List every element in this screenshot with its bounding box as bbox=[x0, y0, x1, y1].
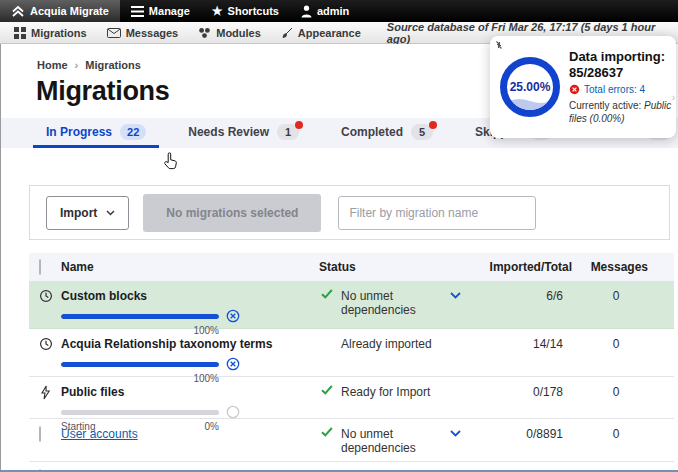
progress-bar bbox=[61, 357, 311, 371]
tab-in-progress[interactable]: In Progress22 bbox=[33, 118, 159, 148]
migrations-table: Name Status Imported/Total Messages Cust… bbox=[29, 253, 674, 472]
admin-bar-item-manage[interactable]: Manage bbox=[120, 0, 201, 22]
row-messages-count: 0 bbox=[576, 377, 656, 399]
header-status: Status bbox=[311, 260, 471, 274]
row-messages-count: 0 bbox=[576, 281, 656, 303]
expand-status-chevron[interactable] bbox=[450, 427, 461, 437]
tab-label: Completed bbox=[341, 125, 403, 139]
no-migrations-selected-button[interactable]: No migrations selected bbox=[143, 194, 321, 232]
progress-percent: 25.00% bbox=[507, 64, 553, 110]
progress-donut: 25.00% bbox=[500, 57, 560, 117]
import-count: 85/28637 bbox=[569, 65, 672, 81]
status-text: Ready for Import bbox=[341, 385, 430, 399]
admin-bar-label: admin bbox=[317, 5, 349, 17]
row-status-cell: Ready for Import bbox=[311, 377, 471, 399]
breadcrumb-home[interactable]: Home bbox=[37, 59, 68, 71]
admin-bar-label: Acquia Migrate bbox=[30, 5, 109, 17]
data-importing-label: Data importing: bbox=[569, 49, 672, 65]
star-icon: ★ bbox=[212, 5, 223, 17]
admin-bar-item-brand[interactable]: Acquia Migrate bbox=[0, 0, 120, 22]
row-name-cell: User accounts bbox=[61, 419, 311, 441]
actions-bar: Import No migrations selected bbox=[29, 185, 670, 240]
toolbar-item-migrations[interactable]: Migrations bbox=[4, 27, 97, 39]
toolbar-item-modules[interactable]: Modules bbox=[188, 27, 271, 39]
admin-bar-item-shortcuts[interactable]: ★Shortcuts bbox=[201, 0, 290, 22]
row-name-cell: Acquia Relationship taxonomy terms100% bbox=[61, 329, 311, 384]
header-messages: Messages bbox=[576, 260, 656, 274]
tab-needs-review[interactable]: Needs Review1 bbox=[175, 118, 312, 148]
status-text: No unmet dependencies bbox=[341, 289, 444, 317]
table-row-user-accounts[interactable]: User accountsNo unmet dependencies0/8891… bbox=[29, 419, 674, 462]
progress-bar bbox=[61, 309, 311, 323]
toolbar-item-messages[interactable]: Messages bbox=[97, 27, 189, 39]
row-checkbox[interactable] bbox=[39, 426, 41, 442]
currently-active-line: Currently active: Public files (0.00%) bbox=[569, 99, 672, 126]
row-selector-cell bbox=[29, 419, 61, 441]
brush-icon bbox=[281, 27, 293, 39]
progress-card-text: Data importing: 85/28637 Total errors: 4… bbox=[569, 49, 672, 126]
progress-fill bbox=[61, 314, 219, 319]
hamburger-icon bbox=[131, 6, 144, 17]
status-text: No unmet dependencies bbox=[341, 427, 444, 455]
table-row-public-files[interactable]: Public filesStarting0%Ready for Import0/… bbox=[29, 377, 674, 419]
user-icon bbox=[301, 5, 312, 18]
clock-icon bbox=[39, 337, 53, 351]
tab-badge: 22 bbox=[120, 124, 146, 140]
row-status-cell: No unmet dependencies bbox=[311, 281, 471, 317]
toolbar-item-label: Modules bbox=[216, 27, 261, 39]
migration-name: Acquia Relationship taxonomy terms bbox=[61, 337, 272, 351]
admin-bar-item-admin[interactable]: admin bbox=[290, 0, 360, 22]
error-icon bbox=[569, 84, 580, 95]
progress-fill bbox=[61, 362, 219, 367]
cancel-icon[interactable] bbox=[226, 309, 240, 323]
tab-completed[interactable]: Completed5 bbox=[328, 118, 446, 148]
chevron-down-icon bbox=[106, 210, 115, 216]
acquia-logo-icon bbox=[11, 5, 25, 18]
card-chevron-right-icon[interactable]: › bbox=[672, 91, 675, 105]
header-imported-total: Imported/Total bbox=[471, 260, 576, 274]
cancel-icon[interactable] bbox=[226, 357, 240, 371]
pending-ring-icon[interactable] bbox=[226, 405, 240, 419]
status-text: Already imported bbox=[341, 337, 432, 351]
tab-label: Needs Review bbox=[188, 125, 269, 139]
row-imported-total: 0/8891 bbox=[471, 419, 576, 441]
filter-migration-input[interactable] bbox=[338, 196, 536, 230]
row-messages-count: 0 bbox=[576, 419, 656, 441]
row-status-cell: Already imported bbox=[311, 329, 471, 351]
row-imported-total: 14/14 bbox=[471, 329, 576, 351]
tab-label: In Progress bbox=[46, 125, 112, 139]
modules-icon bbox=[198, 27, 211, 39]
migration-name-link[interactable]: User accounts bbox=[61, 427, 138, 441]
row-name-cell: Custom blocks100% bbox=[61, 281, 311, 336]
progress-track bbox=[61, 410, 219, 415]
envelope-icon bbox=[107, 28, 121, 38]
table-header-row: Name Status Imported/Total Messages bbox=[29, 253, 674, 281]
table-row-acquia-relationship-taxonomy-terms[interactable]: Acquia Relationship taxonomy terms100%Al… bbox=[29, 329, 674, 377]
row-imported-total: 6/6 bbox=[471, 281, 576, 303]
tab-badge: 1 bbox=[277, 124, 299, 140]
notification-dot bbox=[295, 121, 303, 129]
admin-bar-label: Manage bbox=[149, 5, 190, 17]
import-dropdown-label: Import bbox=[60, 206, 97, 220]
row-selector-cell bbox=[29, 329, 61, 354]
toolbar-item-appearance[interactable]: Appearance bbox=[271, 27, 371, 39]
admin-bar-label: Shortcuts bbox=[228, 5, 279, 17]
select-all-checkbox[interactable] bbox=[39, 259, 41, 275]
total-errors-link[interactable]: Total errors: 4 bbox=[569, 83, 672, 97]
expand-status-chevron[interactable] bbox=[450, 289, 461, 299]
progress-track bbox=[61, 362, 219, 367]
toolbar-item-label: Appearance bbox=[298, 27, 361, 39]
collapse-card-icon[interactable] bbox=[494, 39, 507, 52]
progress-track bbox=[61, 314, 219, 319]
import-dropdown[interactable]: Import bbox=[46, 196, 129, 230]
grid-icon bbox=[14, 27, 26, 39]
breadcrumb-separator: › bbox=[75, 59, 79, 71]
check-icon bbox=[319, 427, 335, 437]
currently-active-label: Currently active: bbox=[569, 100, 641, 111]
migration-name: Custom blocks bbox=[61, 289, 147, 303]
clock-icon bbox=[39, 289, 53, 303]
progress-bar bbox=[61, 405, 311, 419]
header-name: Name bbox=[61, 260, 311, 274]
toolbar-item-label: Migrations bbox=[31, 27, 87, 39]
table-row-custom-blocks[interactable]: Custom blocks100%No unmet dependencies6/… bbox=[29, 281, 674, 329]
